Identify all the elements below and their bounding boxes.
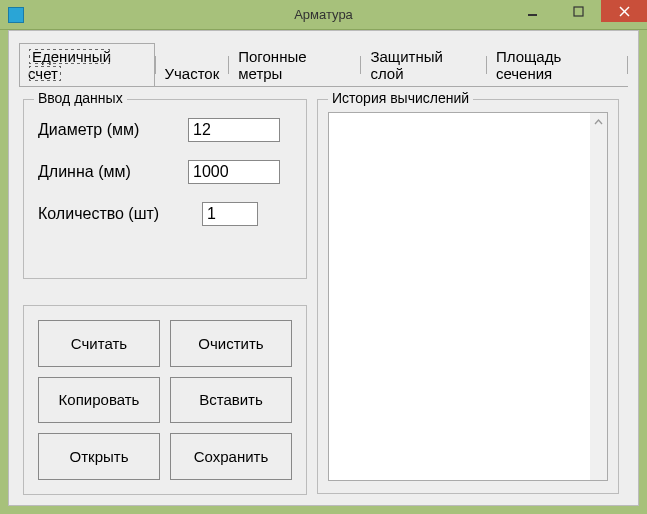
tab-cross-section-area[interactable]: Площадь сечения [487,43,627,86]
tab-separator [627,56,628,74]
save-button[interactable]: Сохранить [170,433,292,480]
client-area: Еденичный счет Участок Погонные метры За… [8,30,639,506]
field-row-length: Длинна (мм) [38,160,292,184]
svg-rect-1 [574,7,583,16]
label-diameter: Диаметр (мм) [38,121,188,139]
titlebar: Арматура [0,0,647,30]
close-button[interactable] [601,0,647,22]
input-length[interactable] [188,160,280,184]
scrollbar-vertical[interactable] [590,113,607,480]
close-icon [619,6,630,17]
calculate-button[interactable]: Считать [38,320,160,367]
app-icon [8,7,24,23]
app-window: Арматура Еденичный счет Участок Погонные… [0,0,647,514]
field-row-count: Количество (шт) [38,202,292,226]
tabstrip: Еденичный счет Участок Погонные метры За… [9,31,638,86]
window-controls [509,0,647,22]
action-button-grid: Считать Очистить Копировать Вставить Отк… [38,320,292,480]
label-count: Количество (шт) [38,205,188,223]
scroll-up-icon[interactable] [590,113,607,130]
minimize-button[interactable] [509,0,555,22]
tab-panel: Ввод данных Диаметр (мм) Длинна (мм) Кол… [19,86,628,512]
tab-section[interactable]: Участок [155,60,228,86]
group-input: Ввод данных Диаметр (мм) Длинна (мм) Кол… [23,99,307,279]
maximize-icon [573,6,584,17]
group-input-legend: Ввод данных [34,90,127,106]
maximize-button[interactable] [555,0,601,22]
input-count[interactable] [202,202,258,226]
clear-button[interactable]: Очистить [170,320,292,367]
field-row-diameter: Диаметр (мм) [38,118,292,142]
group-history: История вычислений [317,99,619,494]
history-textarea[interactable] [328,112,608,481]
paste-button[interactable]: Вставить [170,377,292,424]
copy-button[interactable]: Копировать [38,377,160,424]
minimize-icon [527,6,538,17]
open-button[interactable]: Открыть [38,433,160,480]
tab-single-calc[interactable]: Еденичный счет [19,43,155,87]
tab-protective-layer[interactable]: Защитный слой [361,43,486,86]
tab-linear-meters[interactable]: Погонные метры [229,43,360,86]
label-length: Длинна (мм) [38,163,188,181]
input-diameter[interactable] [188,118,280,142]
group-actions: Считать Очистить Копировать Вставить Отк… [23,305,307,495]
group-history-legend: История вычислений [328,90,473,106]
